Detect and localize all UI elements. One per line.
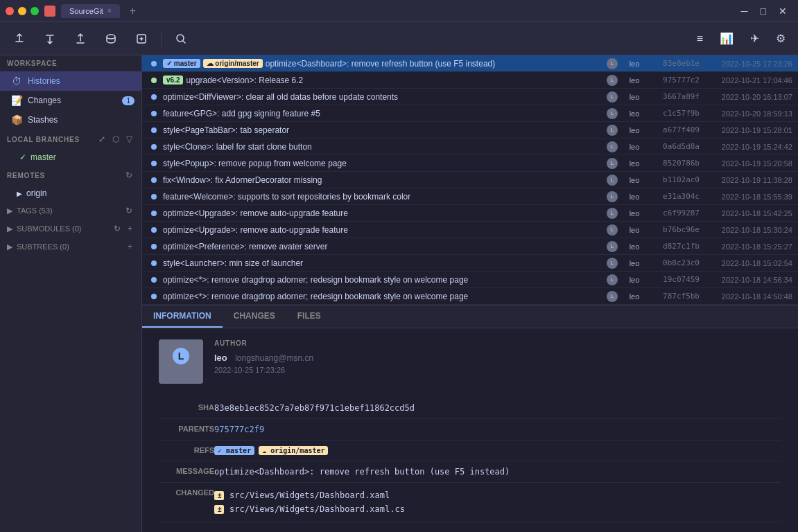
refresh-submodules-button[interactable]: ↻: [112, 223, 123, 234]
commit-row[interactable]: v6.2upgrade<Version>: Release 6.2Lleo975…: [142, 72, 798, 89]
commit-author-name: leo: [621, 193, 648, 201]
content-area: ✓ master☁ origin/masteroptimize<Dashboar…: [142, 55, 798, 532]
commit-graph-dot: [148, 175, 160, 185]
app-icon: [44, 6, 55, 17]
commit-row[interactable]: style<Clone>: label for start clone butt…: [142, 139, 798, 155]
commit-author-avatar: L: [607, 274, 618, 285]
commit-graph-dot: [148, 292, 160, 301]
commit-author-name: leo: [621, 76, 648, 85]
commit-graph-dot: [148, 109, 160, 118]
submodules-section[interactable]: ▶ SUBMODULES (0) ↻ +: [0, 220, 141, 238]
tab-information[interactable]: INFORMATION: [142, 305, 223, 328]
sidebar-item-histories[interactable]: ⏱ Histories: [0, 71, 141, 91]
commit-row[interactable]: optimize<*>: remove dragdrop adorner; re…: [142, 288, 798, 305]
active-tab[interactable]: SourceGit ×: [61, 4, 120, 18]
commit-message: upgrade<Version>: Release 6.2: [186, 76, 604, 85]
patch-button[interactable]: [128, 28, 155, 50]
commit-message: optimize<Upgrade>: remove auto-upgrade f…: [163, 209, 604, 218]
tags-label: TAGS (53): [17, 206, 53, 215]
close-window-button[interactable]: [6, 7, 14, 15]
commit-date: 2022-10-18 15:42:25: [702, 209, 792, 218]
author-section: L AUTHOR leo longshuang@msn.cn 2022-10-2…: [159, 339, 781, 384]
commit-row[interactable]: ✓ master☁ origin/masteroptimize<Dashboar…: [142, 55, 798, 72]
navigate-button[interactable]: ✈: [743, 28, 766, 49]
commit-meta-table: SHA 83e8eb1ec852c7a7eb87f971c1ebef11862c…: [159, 398, 781, 522]
commit-row[interactable]: fix<Window>: fix AdornerDecorator missin…: [142, 172, 798, 188]
commit-date: 2022-10-18 15:30:24: [702, 226, 792, 234]
commit-row[interactable]: feature<GPG>: add gpg signing feature #5…: [142, 105, 798, 122]
minimize-button[interactable]: ─: [736, 4, 754, 18]
sidebar: WORKSPACE ⏱ Histories 📝 Changes 1 📦 Stas…: [0, 55, 142, 532]
commit-message: optimize<Preference>: remove avater serv…: [163, 242, 604, 251]
commit-row[interactable]: optimize<*>: remove dragdrop adorner; re…: [142, 272, 798, 288]
restore-button[interactable]: □: [755, 4, 772, 18]
stats-button[interactable]: 📊: [713, 28, 740, 49]
commit-row[interactable]: optimize<DiffViewer>: clear all old data…: [142, 89, 798, 105]
pull-button[interactable]: [36, 28, 64, 50]
tags-expand-icon: ▶: [7, 206, 12, 215]
add-branch-button[interactable]: ⤢: [96, 134, 107, 145]
add-tab-button[interactable]: +: [125, 5, 140, 17]
close-button[interactable]: ✕: [773, 4, 792, 18]
parents-label: PARENTS: [159, 419, 214, 441]
parent-link[interactable]: 975777c2f9: [214, 425, 264, 434]
sidebar-item-changes[interactable]: 📝 Changes 1: [0, 91, 141, 110]
commit-date: 2022-10-18 14:50:48: [702, 292, 792, 301]
commit-graph-dot: [148, 125, 160, 135]
layout-button[interactable]: ≡: [690, 28, 710, 49]
add-subtree-button[interactable]: +: [125, 241, 135, 252]
stash-button[interactable]: [97, 28, 125, 50]
commit-row[interactable]: optimize<Upgrade>: remove auto-upgrade f…: [142, 205, 798, 222]
fetch-tags-button[interactable]: ↻: [123, 205, 135, 216]
histories-label: Histories: [28, 76, 60, 86]
commit-date: 2022-10-25 17:23:26: [702, 60, 792, 68]
search-button[interactable]: [167, 28, 195, 50]
commit-author-name: leo: [621, 226, 648, 234]
minimize-window-button[interactable]: [18, 7, 26, 15]
commit-row[interactable]: optimize<Preference>: remove avater serv…: [142, 238, 798, 255]
branch-item-master[interactable]: ✓ master: [0, 149, 141, 166]
commit-row[interactable]: style<PageTabBar>: tab seperatorLleoa677…: [142, 122, 798, 139]
submodules-label: SUBMODULES (0): [17, 224, 82, 233]
commit-author-name: leo: [621, 209, 648, 218]
settings-button[interactable]: ⚙: [769, 28, 792, 49]
commit-row[interactable]: optimize<Upgrade>: remove auto-upgrade f…: [142, 222, 798, 238]
commit-row[interactable]: style<Launcher>: min size of launcherLle…: [142, 255, 798, 272]
commit-hash: 0a6d5d8a: [651, 142, 700, 151]
commit-author-name: leo: [621, 93, 648, 101]
tab-label: SourceGit: [69, 7, 103, 15]
add-submodule-button[interactable]: +: [125, 223, 135, 234]
filter-branch-button[interactable]: ▽: [124, 134, 135, 145]
tab-changes[interactable]: CHANGES: [223, 305, 286, 328]
close-tab-button[interactable]: ×: [107, 7, 112, 15]
add-remote-button[interactable]: ↻: [123, 170, 135, 181]
branch-name: master: [31, 152, 56, 162]
sidebar-item-stashes[interactable]: 📦 Stashes: [0, 110, 141, 130]
detail-tabs: INFORMATION CHANGES FILES: [142, 305, 798, 328]
remote-item-origin[interactable]: ▶ origin: [0, 185, 141, 202]
subtrees-expand-icon: ▶: [7, 242, 12, 251]
tab-files[interactable]: FILES: [286, 305, 332, 328]
current-branch-icon: ✓: [19, 152, 26, 162]
master-badge: ✓ master: [163, 59, 200, 68]
svg-text:L: L: [178, 351, 184, 362]
commit-row[interactable]: feature<Welcome>: supports to sort repos…: [142, 188, 798, 205]
commit-date: 2022-10-19 11:38:28: [702, 176, 792, 184]
push-button[interactable]: [67, 28, 94, 50]
parents-value: 975777c2f9: [214, 419, 781, 441]
author-date: 2022-10-25 17:23:26: [214, 366, 313, 374]
commit-hash: d827c1fb: [651, 242, 700, 251]
branch-options-button[interactable]: ⬡: [110, 134, 121, 145]
histories-icon: ⏱: [11, 76, 22, 87]
commit-author-avatar: L: [607, 75, 618, 86]
commit-author-avatar: L: [607, 58, 618, 69]
maximize-window-button[interactable]: [31, 7, 39, 15]
commit-row[interactable]: style<Popup>: remove popup from welcome …: [142, 155, 798, 172]
commit-date: 2022-10-18 15:02:54: [702, 259, 792, 267]
fetch-button[interactable]: [6, 28, 33, 50]
file-path-2: src/Views/Widgets/Dashboard.xaml.cs: [229, 504, 405, 514]
tags-section[interactable]: ▶ TAGS (53) ↻: [0, 202, 141, 220]
subtrees-section[interactable]: ▶ SUBTREES (0) +: [0, 238, 141, 256]
commit-graph-dot: [148, 59, 160, 69]
commit-author-avatar: L: [607, 241, 618, 252]
